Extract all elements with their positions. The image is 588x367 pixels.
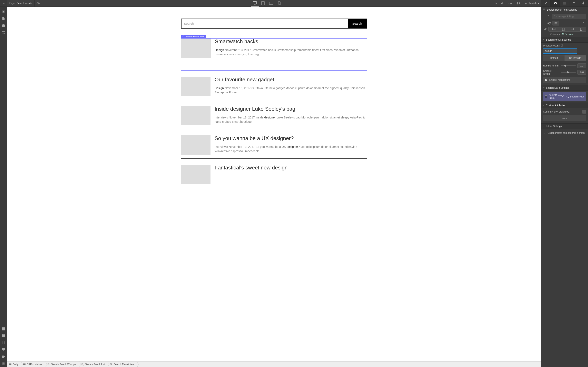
snippet-length-label: Snippet length: [543,69,559,75]
page-selector[interactable]: Page: Search results [7,0,35,7]
attrs-none: None [543,115,586,121]
device-mobile[interactable] [275,0,283,7]
add-attribute-button[interactable]: + [582,110,586,114]
device-tablet-land-icon[interactable] [571,28,574,30]
redo-button[interactable] [498,0,506,7]
search-form: Search [181,18,367,29]
bg-checkbox[interactable] [545,95,547,98]
svg-point-7 [508,3,509,4]
device-tablet-landscape[interactable] [267,0,275,7]
style-panel-tab[interactable] [541,0,550,7]
svg-point-9 [511,3,512,4]
style-manager-tab[interactable] [569,0,579,7]
search-result-item[interactable]: Search Result Item Smartwatch hacks Desi… [181,38,367,71]
publish-button[interactable]: Publish ▾ [522,0,541,7]
seg-no-results[interactable]: No Results [564,55,586,61]
crumb-body[interactable]: Body [7,361,21,367]
device-desktop-icon[interactable] [552,28,555,30]
grid-button[interactable] [1,339,6,346]
svg-point-16 [3,32,3,33]
device-mobile-icon[interactable] [580,28,582,31]
result-title: Our favourite new gadget [215,77,367,83]
result-title: So you wanna be a UX designer? [215,135,367,142]
navigator-button[interactable] [1,325,6,332]
svg-rect-4 [269,2,273,4]
device-tablet-icon[interactable] [562,28,564,31]
panel-header: Search Result Item Settings [541,7,588,13]
section-search-style[interactable]: ▼Search Style Settings [541,85,588,91]
result-thumb [181,39,211,58]
search-result-item[interactable]: Fantastical's sweet new design [181,165,367,188]
page-name: Search results [17,2,32,5]
svg-point-0 [38,3,39,4]
selection-tag: Search Result Item [181,35,206,38]
preview-icon[interactable] [35,0,42,7]
device-switcher [251,0,283,7]
device-tablet[interactable] [259,0,267,7]
search-result-item[interactable]: Inside designer Luke Seeley's bag Interv… [181,106,367,129]
svg-text:?: ? [3,363,4,365]
assets-button[interactable] [1,29,6,36]
crumb-list[interactable]: Search Result List [79,361,108,367]
search-input[interactable] [182,19,348,28]
preview-label: Preview results [543,44,560,47]
svg-point-27 [48,363,49,365]
section-editor[interactable]: ▼Editor Settings [541,123,588,129]
section-search-results[interactable]: ▼Search Result Settings [541,37,588,43]
svg-rect-10 [563,2,566,2]
help-icon[interactable]: ? [561,44,563,47]
device-desktop[interactable] [251,0,259,7]
video-button[interactable] [1,353,6,360]
guides-button[interactable] [1,346,6,353]
svg-point-28 [82,363,83,365]
svg-point-31 [545,29,546,30]
tag-label: Tag: [543,22,551,25]
result-thumb [181,77,210,96]
search-icon [567,96,569,98]
results-length-slider[interactable] [561,65,576,66]
result-title: Inside designer Luke Seeley's bag [215,106,367,112]
crumb-wrapper[interactable]: Search Result Wrapper [45,361,80,367]
svg-point-3 [263,5,263,5]
page-label: Page: [9,2,15,5]
results-length-label: Results length: [543,64,559,67]
preview-input[interactable] [543,48,577,54]
settings-panel-tab[interactable] [550,0,560,7]
code-button[interactable] [514,0,522,7]
snippet-highlight-checkbox[interactable]: ✓ Snippet highlighting [543,77,586,83]
symbols-button[interactable] [1,332,6,339]
section-custom-attrs[interactable]: ▼Custom Attributes [541,103,588,108]
result-title: Fantastical's sweet new design [215,165,367,171]
seg-default[interactable]: Default [543,55,564,61]
collab-checkbox[interactable]: ✓ Collaborators can edit this element [543,130,586,136]
navigator-panel-tab[interactable] [560,0,569,7]
add-element-button[interactable] [1,8,6,15]
cms-button[interactable] [1,22,6,29]
help-button[interactable]: ? [1,360,6,367]
svg-rect-24 [9,364,11,365]
visibility-toggles[interactable] [548,27,586,32]
canvas[interactable]: Search Search Result Item Smartwatch hac… [7,7,541,361]
tag-select[interactable]: Div [553,21,559,25]
id-input[interactable] [552,14,586,19]
pages-button[interactable] [1,15,6,22]
snippet-length-slider[interactable] [561,72,576,73]
results-state-segment[interactable]: Default No Results [543,55,586,61]
search-result-item[interactable]: So you wanna be a UX designer? Interview… [181,135,367,159]
breadcrumb: Body SRP container Search Result Wrapper… [7,361,541,367]
srp-container: Search Search Result Item Smartwatch hac… [181,7,367,196]
interactions-panel-tab[interactable] [579,0,588,7]
search-result-item[interactable]: Our favourite new gadget Design November… [181,77,367,100]
webflow-logo[interactable] [0,0,7,7]
svg-rect-12 [563,4,566,4]
crumb-item[interactable]: Search Result Item [108,361,137,367]
results-length-value[interactable]: 10 [577,63,586,68]
svg-rect-19 [2,348,5,350]
comments-button[interactable] [506,0,514,7]
crumb-srp[interactable]: SRP container [21,361,45,367]
search-button[interactable]: Search [348,19,366,28]
svg-rect-20 [2,356,4,358]
bg-image-from[interactable]: Get BG Image From Search Index [543,92,586,101]
result-title: Smartwatch hacks [215,39,367,45]
snippet-length-value[interactable]: 140 [577,70,586,75]
